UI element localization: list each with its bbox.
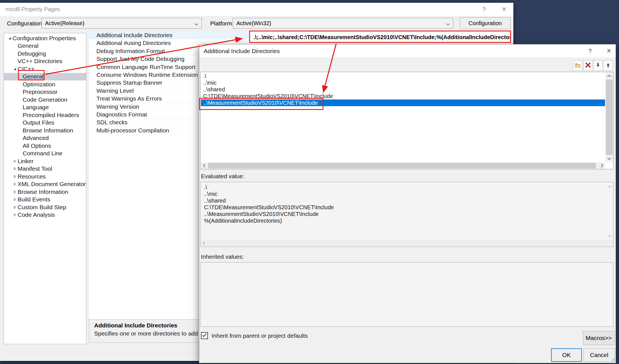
- tree-indent: [17, 119, 23, 127]
- tree-item-general[interactable]: General: [4, 42, 86, 50]
- evaluated-line: ..\shared: [204, 197, 605, 204]
- scrollbar-thumb[interactable]: [606, 80, 613, 155]
- tree-item-advanced[interactable]: Advanced: [4, 134, 86, 142]
- tree-item-command-line[interactable]: Command Line: [4, 150, 86, 158]
- tree-item-code-analysis[interactable]: Code Analysis: [4, 211, 86, 219]
- delete-button[interactable]: [583, 60, 593, 71]
- tree-item-xml-document-generator[interactable]: XML Document Generator: [4, 180, 86, 188]
- tree-item-label: Language: [23, 104, 49, 111]
- evaluated-value-label: Evaluated value:: [201, 173, 244, 180]
- inherited-values-box[interactable]: [200, 262, 613, 327]
- configuration-dropdown[interactable]: Active(Release): [41, 18, 202, 28]
- tree-item-linker[interactable]: Linker: [4, 157, 86, 165]
- inherit-checkbox-label[interactable]: Inherit from parent or project defaults: [212, 332, 308, 339]
- collapsed-triangle-icon[interactable]: [12, 196, 18, 203]
- move-up-button[interactable]: [603, 60, 613, 71]
- vertical-scrollbar[interactable]: [605, 72, 613, 162]
- tree-item-vc-directories[interactable]: VC++ Directories: [4, 58, 86, 65]
- tree-item-language[interactable]: Language: [4, 104, 86, 111]
- tree-item-preprocessor[interactable]: Preprocessor: [4, 88, 86, 96]
- tree-indent: [17, 150, 23, 157]
- tree-item-c-c[interactable]: C/C++: [4, 65, 86, 73]
- collapsed-triangle-icon[interactable]: [12, 203, 18, 211]
- collapsed-triangle-icon[interactable]: [12, 165, 18, 173]
- ok-button[interactable]: OK: [551, 348, 582, 362]
- scroll-up-icon[interactable]: [605, 72, 613, 79]
- chevron-down-icon: [195, 22, 198, 27]
- popup-title-bar: Additional Include Directories ? ×: [199, 44, 616, 58]
- tree-item-optimization[interactable]: Optimization: [4, 80, 86, 88]
- include-directory-item[interactable]: ..\MeasurementStudioVS2010\VCNET\Include: [201, 99, 605, 106]
- collapsed-triangle-icon[interactable]: [12, 157, 18, 165]
- platform-label: Platform:: [210, 20, 234, 27]
- scroll-right-icon[interactable]: [599, 162, 605, 169]
- new-line-button[interactable]: [573, 60, 582, 71]
- tree-item-resources[interactable]: Resources: [4, 173, 86, 180]
- new-folder-icon: [574, 62, 581, 69]
- red-x-icon: [585, 62, 591, 69]
- collapsed-triangle-icon[interactable]: [12, 173, 18, 180]
- tree-item-browse-information[interactable]: Browse Information: [4, 188, 86, 196]
- include-directories-listbox: .\..\mic..\sharedC:\TDE\MeasurementStudi…: [200, 72, 613, 169]
- tree-item-configuration-properties[interactable]: Configuration Properties: [4, 34, 86, 42]
- tree-item-custom-build-step[interactable]: Custom Build Step: [4, 203, 86, 211]
- expanded-triangle-icon[interactable]: [7, 34, 13, 42]
- scroll-down-icon[interactable]: [608, 233, 611, 238]
- tree-item-label: General: [18, 42, 39, 49]
- include-directory-item[interactable]: .\: [201, 73, 605, 79]
- tree-item-label: All Options: [23, 142, 51, 149]
- evaluated-line: ..\mic: [204, 191, 605, 197]
- tree-item-output-files[interactable]: Output Files: [4, 119, 86, 127]
- close-icon[interactable]: ×: [604, 44, 614, 58]
- config-tree: Configuration PropertiesGeneralDebugging…: [4, 33, 86, 344]
- tree-indent: [17, 111, 23, 119]
- tree-item-code-generation[interactable]: Code Generation: [4, 96, 86, 104]
- window-title: micdll Property Pages: [6, 3, 60, 16]
- help-icon[interactable]: ?: [585, 44, 595, 58]
- configuration-value: Active(Release): [45, 18, 84, 28]
- tree-item-manifest-tool[interactable]: Manifest Tool: [4, 165, 86, 173]
- tree-item-browse-information[interactable]: Browse Information: [4, 127, 86, 134]
- inherited-values-label: Inherited values:: [201, 253, 244, 260]
- macros-button[interactable]: Macros>>: [583, 331, 615, 345]
- help-icon[interactable]: ?: [479, 3, 489, 16]
- tree-item-label: Output Files: [23, 119, 54, 126]
- cancel-button[interactable]: Cancel: [584, 348, 615, 362]
- resize-grip[interactable]: [611, 357, 615, 362]
- include-directory-item[interactable]: ..\shared: [201, 86, 605, 93]
- tree-indent: [17, 96, 23, 103]
- tree-indent: [17, 80, 23, 88]
- tree-item-label: Command Line: [23, 150, 62, 157]
- close-icon[interactable]: ×: [499, 3, 509, 16]
- tree-indent: [17, 142, 23, 149]
- tree-item-precompiled-headers[interactable]: Precompiled Headers: [4, 111, 86, 119]
- tree-indent: [17, 127, 23, 134]
- scroll-up-icon[interactable]: [608, 184, 611, 189]
- checkmark-icon: [202, 333, 207, 338]
- platform-dropdown[interactable]: Active(Win32): [233, 18, 453, 28]
- configuration-manager-button[interactable]: Configuration Manager...: [460, 17, 511, 29]
- evaluated-line: C:\TDE\MeasurementStudioVS2010\VCNET\Inc…: [204, 204, 605, 211]
- include-directory-item[interactable]: ..\mic: [201, 79, 605, 86]
- scroll-down-icon[interactable]: [605, 155, 613, 162]
- tree-indent: [17, 104, 23, 111]
- include-directory-item[interactable]: C:\TDE\MeasurementStudioVS2010\VCNET\Inc…: [201, 93, 605, 99]
- inherit-checkbox[interactable]: [201, 332, 208, 339]
- horizontal-scrollbar[interactable]: [201, 162, 605, 169]
- collapsed-triangle-icon[interactable]: [12, 211, 18, 219]
- scrollbar-thumb[interactable]: [208, 163, 596, 168]
- tree-item-debugging[interactable]: Debugging: [4, 50, 86, 58]
- collapsed-triangle-icon[interactable]: [12, 180, 18, 188]
- collapsed-triangle-icon[interactable]: [12, 188, 18, 196]
- tree-item-label: XML Document Generator: [18, 181, 86, 187]
- tree-indent: [12, 50, 18, 57]
- scroll-left-icon[interactable]: [201, 162, 207, 169]
- expanded-triangle-icon[interactable]: [12, 65, 18, 73]
- tree-item-general[interactable]: General: [4, 73, 86, 81]
- horizontal-scrollbar[interactable]: [201, 240, 613, 246]
- tree-indent: [12, 58, 18, 65]
- tree-item-build-events[interactable]: Build Events: [4, 196, 86, 204]
- property-value-field[interactable]: .\;..\mic;..\shared;C:\TDE\MeasurementSt…: [250, 32, 510, 43]
- tree-item-all-options[interactable]: All Options: [4, 142, 86, 150]
- move-down-button[interactable]: [593, 60, 603, 71]
